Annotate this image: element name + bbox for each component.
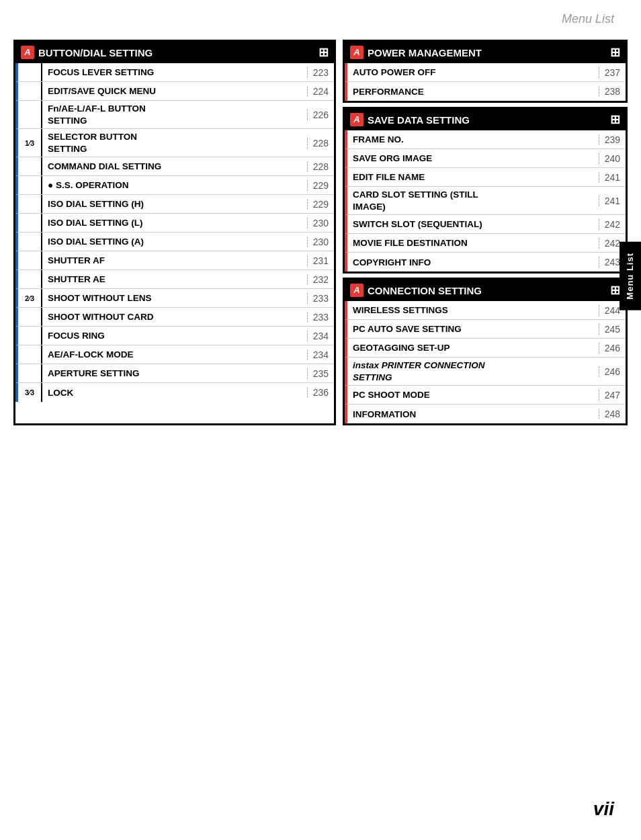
list-item: instax PRINTER CONNECTIONSETTING 246 — [345, 358, 626, 386]
list-item: ISO DIAL SETTING (H) 229 — [15, 195, 334, 214]
list-item: SHUTTER AF 231 — [15, 251, 334, 270]
row-page: 228 — [307, 161, 334, 172]
row-label: AE/AF-LOCK MODE — [42, 347, 307, 362]
row-page: 239 — [599, 134, 626, 145]
row-label: SHOOT WITHOUT CARD — [42, 309, 307, 325]
row-page: 230 — [307, 218, 334, 228]
row-label: SWITCH SLOT (SEQUENTIAL) — [347, 216, 599, 232]
list-item: APERTURE SETTING 235 — [15, 364, 334, 383]
row-label: EDIT FILE NAME — [347, 169, 599, 185]
connection-section-header: A CONNECTION SETTING ⊞ — [345, 280, 626, 301]
row-label: AUTO POWER OFF — [347, 65, 599, 80]
row-marker: 2⁄3 — [18, 289, 42, 307]
power-menu-icon: ⊞ — [610, 45, 620, 60]
save-section-title: SAVE DATA SETTING — [368, 114, 470, 126]
list-item: FOCUS RING 234 — [15, 327, 334, 345]
list-item: SAVE ORG IMAGE 240 — [345, 149, 626, 168]
row-label: INFORMATION — [347, 407, 599, 422]
left-section-menu-icon: ⊞ — [318, 45, 329, 60]
power-section-header: A POWER MANAGEMENT ⊞ — [345, 42, 626, 63]
row-page: 233 — [307, 293, 334, 304]
list-item: PERFORMANCE 238 — [345, 82, 626, 101]
side-tab: Menu List — [619, 242, 641, 310]
row-page: 232 — [307, 274, 334, 285]
row-page: 231 — [307, 255, 334, 266]
row-page: 245 — [599, 324, 626, 335]
row-page: 238 — [599, 86, 626, 97]
row-marker — [18, 214, 42, 232]
row-page: 241 — [599, 196, 626, 206]
save-data-section: A SAVE DATA SETTING ⊞ FRAME NO. 239 SAVE… — [343, 107, 628, 274]
row-marker: 3⁄3 — [18, 383, 42, 402]
row-page: 229 — [307, 199, 334, 210]
row-page: 234 — [307, 349, 334, 360]
list-item: 3⁄3 LOCK 236 — [15, 383, 334, 402]
row-label: SAVE ORG IMAGE — [347, 151, 599, 166]
row-page: 246 — [599, 343, 626, 353]
save-menu-icon: ⊞ — [610, 112, 620, 127]
row-label: GEOTAGGING SET-UP — [347, 340, 599, 355]
row-page: 248 — [599, 409, 626, 419]
row-label: PC AUTO SAVE SETTING — [347, 321, 599, 337]
power-section-title: POWER MANAGEMENT — [368, 47, 482, 58]
connection-section-title: CONNECTION SETTING — [368, 285, 482, 296]
list-item: FRAME NO. 239 — [345, 130, 626, 149]
row-marker — [18, 345, 42, 364]
row-label: SHOOT WITHOUT LENS — [42, 290, 307, 306]
page-title: Menu List — [0, 0, 641, 33]
list-item: CARD SLOT SETTING (STILLIMAGE) 241 — [345, 187, 626, 215]
list-item: FOCUS LEVER SETTING 223 — [15, 63, 334, 82]
row-label: FOCUS LEVER SETTING — [42, 65, 307, 80]
section-icon-save: A — [350, 113, 364, 126]
row-page: 224 — [307, 86, 334, 97]
row-marker — [18, 82, 42, 100]
left-section-header: A BUTTON/DIAL SETTING ⊞ — [15, 42, 334, 63]
row-label: SHUTTER AF — [42, 253, 307, 268]
row-label: MOVIE FILE DESTINATION — [347, 235, 599, 251]
list-item: AUTO POWER OFF 237 — [345, 63, 626, 82]
row-label: ISO DIAL SETTING (H) — [42, 196, 307, 212]
row-marker — [18, 195, 42, 213]
row-marker — [18, 251, 42, 269]
row-page: 223 — [307, 67, 334, 78]
list-item: EDIT/SAVE QUICK MENU 224 — [15, 82, 334, 101]
list-item: SHUTTER AE 232 — [15, 270, 334, 289]
row-label: PC SHOOT MODE — [347, 387, 599, 403]
section-icon-connection: A — [350, 284, 364, 297]
left-section: A BUTTON/DIAL SETTING ⊞ FOCUS LEVER SETT… — [13, 40, 336, 425]
row-page: 246 — [599, 366, 626, 377]
row-marker — [18, 364, 42, 382]
connection-menu-icon: ⊞ — [610, 283, 620, 298]
list-item: PC SHOOT MODE 247 — [345, 386, 626, 405]
list-item: Fn/AE-L/AF-L BUTTONSETTING 226 — [15, 101, 334, 129]
row-label: FOCUS RING — [42, 328, 307, 343]
row-label: SELECTOR BUTTONSETTING — [42, 129, 307, 157]
row-page: 247 — [599, 390, 626, 401]
list-item: WIRELESS SETTINGS 244 — [345, 301, 626, 320]
row-marker — [18, 308, 42, 326]
row-marker — [18, 101, 42, 128]
row-page: 237 — [599, 67, 626, 78]
list-item: 1⁄3 SELECTOR BUTTONSETTING 228 — [15, 129, 334, 157]
row-marker: 1⁄3 — [18, 129, 42, 157]
list-item: AE/AF-LOCK MODE 234 — [15, 345, 334, 364]
row-marker — [18, 270, 42, 288]
row-label: LOCK — [42, 385, 307, 401]
row-page: 233 — [307, 312, 334, 323]
row-marker — [18, 233, 42, 251]
row-page: 228 — [307, 138, 334, 149]
right-column: A POWER MANAGEMENT ⊞ AUTO POWER OFF 237 … — [343, 40, 628, 425]
power-management-section: A POWER MANAGEMENT ⊞ AUTO POWER OFF 237 … — [343, 40, 628, 103]
row-label: APERTURE SETTING — [42, 366, 307, 381]
row-label: CARD SLOT SETTING (STILLIMAGE) — [347, 187, 599, 214]
row-page: 230 — [307, 237, 334, 247]
row-marker — [18, 157, 42, 175]
list-item: ISO DIAL SETTING (L) 230 — [15, 214, 334, 233]
row-marker — [18, 327, 42, 345]
list-item: GEOTAGGING SET-UP 246 — [345, 339, 626, 358]
row-page: 229 — [307, 180, 334, 191]
page-number: vii — [593, 798, 614, 820]
list-item: COPYRIGHT INFO 243 — [345, 253, 626, 271]
row-page: 242 — [599, 219, 626, 230]
list-item: MOVIE FILE DESTINATION 242 — [345, 234, 626, 253]
